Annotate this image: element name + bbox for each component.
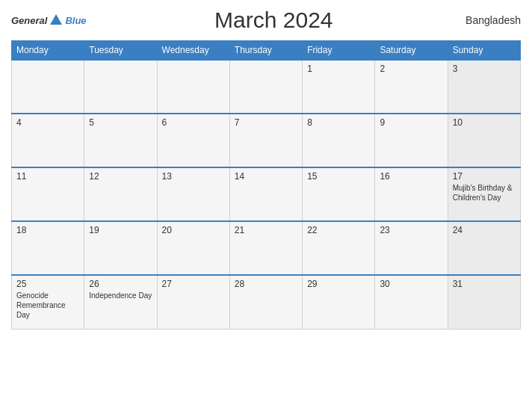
day-cell: 6 bbox=[157, 114, 229, 167]
day-number: 24 bbox=[453, 225, 516, 235]
day-cell: 2 bbox=[375, 60, 448, 114]
day-number: 27 bbox=[162, 279, 225, 289]
day-number: 21 bbox=[235, 225, 297, 235]
day-number: 30 bbox=[380, 279, 442, 289]
day-cell: 26Independence Day bbox=[84, 275, 157, 329]
day-number: 20 bbox=[162, 225, 225, 235]
day-cell: 15 bbox=[303, 167, 375, 221]
day-cell bbox=[229, 60, 302, 114]
calendar-container: General Blue March 2024 Bangladesh Monda… bbox=[0, 0, 532, 411]
calendar-grid: Monday Tuesday Wednesday Thursday Friday… bbox=[11, 40, 521, 330]
day-number: 22 bbox=[307, 225, 370, 235]
day-number: 12 bbox=[89, 171, 152, 182]
col-sunday: Sunday bbox=[448, 41, 520, 61]
day-number: 26 bbox=[89, 279, 152, 289]
day-cell: 20 bbox=[157, 221, 229, 275]
day-number: 3 bbox=[453, 64, 516, 74]
day-cell bbox=[157, 60, 229, 114]
week-row-3: 18192021222324 bbox=[12, 221, 521, 275]
day-cell: 22 bbox=[303, 221, 375, 275]
day-number: 25 bbox=[16, 279, 79, 289]
col-friday: Friday bbox=[303, 41, 375, 61]
week-row-1: 45678910 bbox=[12, 114, 521, 167]
day-number: 7 bbox=[235, 117, 297, 128]
day-cell: 5 bbox=[84, 114, 157, 167]
country-label: Bangladesh bbox=[461, 14, 521, 26]
logo-general-text: General bbox=[11, 15, 47, 26]
day-cell: 7 bbox=[229, 114, 302, 167]
day-number: 18 bbox=[16, 225, 79, 235]
col-thursday: Thursday bbox=[229, 41, 302, 61]
col-wednesday: Wednesday bbox=[157, 41, 229, 61]
col-tuesday: Tuesday bbox=[84, 41, 157, 61]
day-cell: 9 bbox=[375, 114, 448, 167]
day-cell: 12 bbox=[84, 167, 157, 221]
day-number: 9 bbox=[380, 117, 442, 128]
day-cell bbox=[84, 60, 157, 114]
day-number: 31 bbox=[453, 279, 516, 289]
day-number: 4 bbox=[16, 117, 79, 128]
event-text: Independence Day bbox=[89, 291, 152, 300]
day-number: 19 bbox=[89, 225, 152, 235]
day-cell: 10 bbox=[448, 114, 520, 167]
week-row-2: 11121314151617Mujib's Birthday & Childre… bbox=[12, 167, 521, 221]
day-number: 11 bbox=[16, 171, 79, 182]
day-number: 5 bbox=[89, 117, 152, 128]
day-cell: 13 bbox=[157, 167, 229, 221]
week-row-4: 25Genocide Remembrance Day26Independence… bbox=[12, 275, 521, 329]
day-cell: 4 bbox=[12, 114, 84, 167]
day-number: 1 bbox=[307, 64, 370, 74]
day-number: 15 bbox=[307, 171, 370, 182]
event-text: Genocide Remembrance Day bbox=[16, 291, 79, 320]
week-row-0: 123 bbox=[12, 60, 521, 114]
day-number: 6 bbox=[162, 117, 225, 128]
logo-blue-text: Blue bbox=[65, 15, 86, 26]
day-cell: 21 bbox=[229, 221, 302, 275]
day-cell: 29 bbox=[303, 275, 375, 329]
month-title: March 2024 bbox=[87, 7, 461, 33]
day-cell: 3 bbox=[448, 60, 520, 114]
day-number: 28 bbox=[235, 279, 297, 289]
day-cell: 27 bbox=[157, 275, 229, 329]
event-text: Mujib's Birthday & Children's Day bbox=[453, 183, 516, 203]
day-cell: 14 bbox=[229, 167, 302, 221]
logo: General Blue bbox=[11, 13, 87, 27]
day-cell: 11 bbox=[12, 167, 84, 221]
day-cell: 16 bbox=[375, 167, 448, 221]
day-number: 10 bbox=[453, 117, 516, 128]
day-cell: 28 bbox=[229, 275, 302, 329]
day-cell: 31 bbox=[448, 275, 520, 329]
day-cell: 19 bbox=[84, 221, 157, 275]
calendar-header: General Blue March 2024 Bangladesh bbox=[11, 7, 521, 33]
day-number: 16 bbox=[380, 171, 442, 182]
day-cell: 30 bbox=[375, 275, 448, 329]
day-number: 2 bbox=[380, 64, 442, 74]
day-number: 17 bbox=[453, 171, 516, 182]
day-cell: 23 bbox=[375, 221, 448, 275]
day-cell bbox=[12, 60, 84, 114]
day-cell: 24 bbox=[448, 221, 520, 275]
col-monday: Monday bbox=[12, 41, 84, 61]
day-number: 14 bbox=[235, 171, 297, 182]
logo-triangle-icon bbox=[50, 14, 62, 25]
day-number: 13 bbox=[162, 171, 225, 182]
day-number: 8 bbox=[307, 117, 370, 128]
day-cell: 18 bbox=[12, 221, 84, 275]
day-cell: 1 bbox=[303, 60, 375, 114]
day-number: 23 bbox=[380, 225, 442, 235]
days-of-week-row: Monday Tuesday Wednesday Thursday Friday… bbox=[12, 41, 521, 61]
day-number: 29 bbox=[307, 279, 370, 289]
day-cell: 8 bbox=[303, 114, 375, 167]
col-saturday: Saturday bbox=[375, 41, 448, 61]
day-cell: 25Genocide Remembrance Day bbox=[12, 275, 84, 329]
day-cell: 17Mujib's Birthday & Children's Day bbox=[448, 167, 520, 221]
